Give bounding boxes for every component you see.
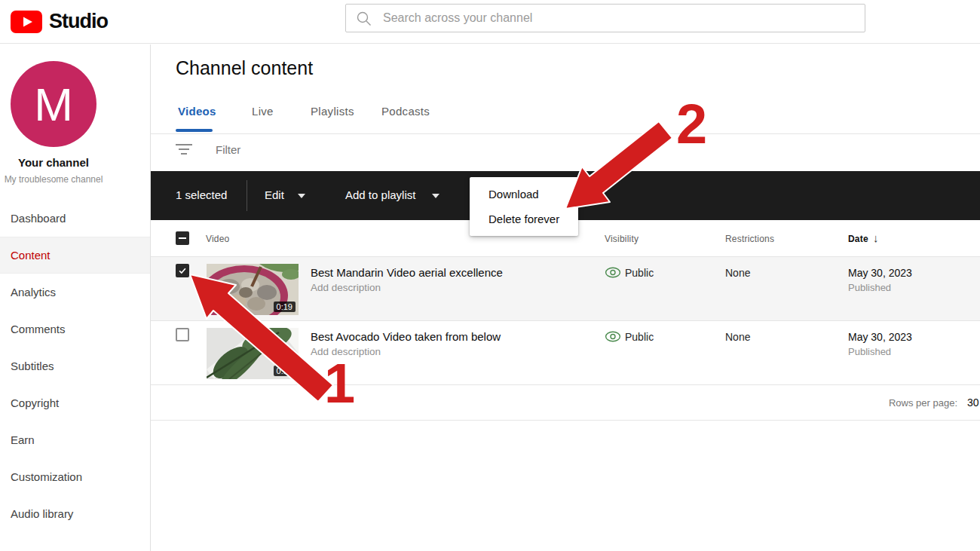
- avatar[interactable]: M: [11, 61, 96, 147]
- edit-caret-down-icon[interactable]: [298, 194, 305, 198]
- selected-count: 1 selected: [176, 188, 227, 201]
- column-header-date[interactable]: Date: [848, 234, 868, 244]
- rows-per-page-select[interactable]: 30: [967, 396, 979, 409]
- channel-search-box[interactable]: [345, 4, 865, 32]
- page-title: Channel content: [176, 57, 313, 79]
- sidebar-item-copyright[interactable]: Copyright: [0, 384, 150, 421]
- avatar-letter: M: [34, 78, 73, 131]
- tab-live[interactable]: Live: [252, 105, 274, 118]
- youtube-studio-app: Studio M Your channel My troublesome cha…: [0, 0, 980, 551]
- tab-videos[interactable]: Videos: [178, 105, 216, 118]
- channel-title: Your channel: [0, 156, 107, 169]
- row-checkbox-unchecked[interactable]: [176, 328, 189, 341]
- actions-dropdown-menu: Download Delete forever: [470, 177, 578, 236]
- sort-desc-icon[interactable]: ↓: [873, 231, 879, 244]
- date-value: May 30, 2023: [848, 267, 912, 279]
- duration-badge: 0:19: [274, 302, 296, 312]
- menu-item-download[interactable]: Download: [470, 182, 578, 207]
- tab-playlists[interactable]: Playlists: [311, 105, 354, 118]
- youtube-studio-logo[interactable]: Studio: [11, 10, 108, 33]
- column-header-visibility[interactable]: Visibility: [605, 234, 639, 244]
- logo-text: Studio: [49, 10, 108, 33]
- channel-name: My troublesome channel: [0, 174, 107, 185]
- row-checkbox-checked[interactable]: [176, 264, 189, 277]
- video-description[interactable]: Add description: [311, 346, 381, 357]
- column-header-video[interactable]: Video: [206, 234, 229, 244]
- date-status: Published: [848, 282, 891, 293]
- active-tab-underline: [176, 129, 213, 132]
- sidebar-item-subtitles[interactable]: Subtitles: [0, 347, 150, 384]
- youtube-play-icon: [11, 11, 42, 33]
- sidebar-item-dashboard[interactable]: Dashboard: [0, 200, 150, 237]
- menu-item-delete-forever[interactable]: Delete forever: [470, 207, 578, 231]
- edit-button[interactable]: Edit: [265, 188, 284, 201]
- filter-icon[interactable]: [176, 144, 192, 156]
- duration-badge: 0:14: [274, 366, 296, 376]
- search-input[interactable]: [383, 11, 865, 25]
- video-row-mandarin[interactable]: 0:19 Best Mandarin Video aerial excellen…: [151, 256, 980, 320]
- sidebar-item-content[interactable]: Content: [0, 237, 150, 274]
- table-footer: Rows per page: 30: [151, 384, 980, 421]
- main-content: Channel content Videos Live Playlists Po…: [151, 44, 980, 551]
- action-bar-divider: [247, 180, 247, 211]
- sidebar-item-analytics[interactable]: Analytics: [0, 274, 150, 311]
- add-to-playlist-caret-down-icon[interactable]: [432, 194, 439, 198]
- visibility-value[interactable]: Public: [625, 267, 654, 279]
- restrictions-value: None: [725, 267, 750, 279]
- visibility-value[interactable]: Public: [625, 331, 654, 343]
- column-header-restrictions[interactable]: Restrictions: [725, 234, 774, 244]
- add-to-playlist-button[interactable]: Add to playlist: [345, 188, 415, 201]
- video-thumbnail-mandarin[interactable]: 0:19: [207, 264, 299, 315]
- sidebar-item-comments[interactable]: Comments: [0, 311, 150, 347]
- video-title[interactable]: Best Avocado Video taken from below: [311, 330, 501, 343]
- sidebar-item-audio-library[interactable]: Audio library: [0, 495, 150, 532]
- select-all-checkbox[interactable]: [176, 231, 189, 245]
- filter-input[interactable]: Filter: [216, 143, 240, 156]
- date-status: Published: [848, 346, 891, 357]
- search-icon: [356, 11, 372, 26]
- rows-per-page-label: Rows per page:: [889, 397, 957, 409]
- tabs-divider: [151, 133, 980, 134]
- restrictions-value: None: [725, 331, 750, 343]
- sidebar: M Your channel My troublesome channel Da…: [0, 44, 151, 551]
- date-value: May 30, 2023: [848, 331, 912, 343]
- sidebar-nav: Dashboard Content Analytics Comments Sub…: [0, 200, 150, 532]
- video-row-avocado[interactable]: 0:14 Best Avocado Video taken from below…: [151, 320, 980, 384]
- public-eye-icon: [605, 267, 621, 278]
- video-title[interactable]: Best Mandarin Video aerial excellence: [311, 266, 503, 279]
- video-thumbnail-avocado[interactable]: 0:14: [207, 328, 299, 379]
- tab-podcasts[interactable]: Podcasts: [381, 105, 430, 118]
- sidebar-item-customization[interactable]: Customization: [0, 458, 150, 495]
- public-eye-icon: [605, 331, 621, 342]
- top-bar: Studio: [0, 0, 980, 44]
- sidebar-item-earn[interactable]: Earn: [0, 421, 150, 458]
- video-description[interactable]: Add description: [311, 282, 381, 293]
